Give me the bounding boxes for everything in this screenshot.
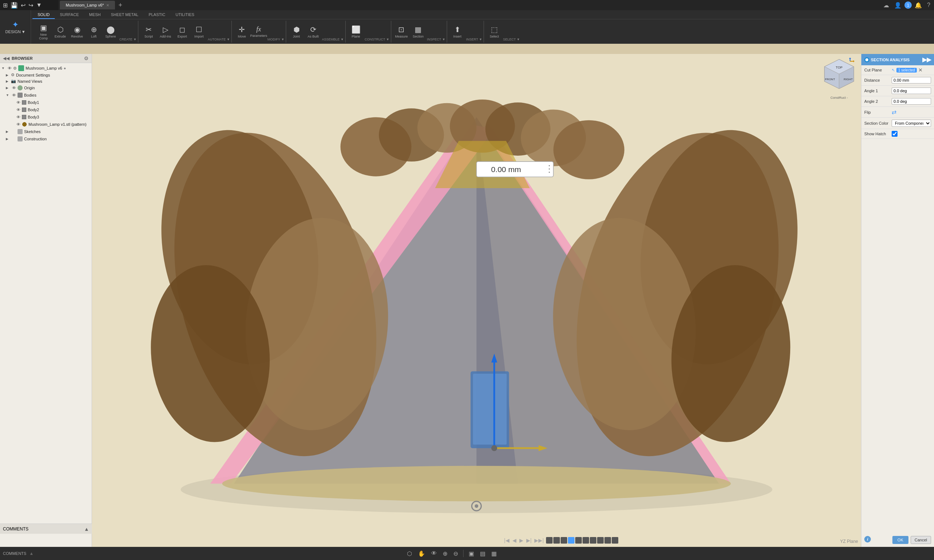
assemble-group-label[interactable]: ASSEMBLE ▼	[322, 38, 344, 43]
viewcube[interactable]: TOP FRONT RIGHT ConstRuct -	[821, 58, 857, 94]
more-button[interactable]: ▼	[36, 1, 43, 9]
new-component-button[interactable]: ▣ New Comp	[36, 22, 51, 41]
timeline-marker-1[interactable]	[546, 537, 553, 544]
zoom-out-button[interactable]: ⊖	[451, 549, 460, 558]
timeline-marker-7[interactable]	[590, 537, 596, 544]
tab-utilities[interactable]: UTILITIES	[170, 11, 199, 19]
timeline-marker-10[interactable]	[612, 537, 618, 544]
angle2-input[interactable]	[892, 98, 931, 105]
move-button[interactable]: ✛ Move	[234, 22, 250, 41]
grid-menu-button[interactable]: ⊞	[2, 1, 8, 9]
tree-item-bodies[interactable]: ▼ 👁 Bodies	[0, 92, 92, 99]
tab-close-icon[interactable]: ✕	[106, 3, 109, 7]
bell-icon[interactable]: 🔔	[912, 2, 924, 9]
plane-button[interactable]: ⬜ Plane	[348, 22, 364, 41]
tree-item-origin[interactable]: ▶ 👁 Origin	[0, 84, 92, 92]
as-built-button[interactable]: ⟳ As Built	[305, 22, 321, 41]
inspect-group-label[interactable]: INSPECT ▼	[427, 38, 445, 43]
insert-button[interactable]: ⬆ Insert	[449, 22, 465, 41]
viewport[interactable]: 0.00 mm ⋮ TOP FRONT RIGHT	[92, 54, 861, 547]
create-group-label[interactable]: CREATE ▼	[119, 38, 136, 43]
insert-group-label[interactable]: INSERT ▼	[466, 38, 482, 43]
tree-item-root[interactable]: ▼ 👁 ⚙ Mushroom_Lamp v6 ●	[0, 65, 92, 72]
tree-item-body1[interactable]: 👁 Body1	[0, 99, 92, 106]
undo-button[interactable]: ↩	[20, 1, 26, 9]
tree-item-sketches[interactable]: ▶ Sketches	[0, 128, 92, 135]
tree-item-pattern[interactable]: 👁 Mushroom_Lamp v1.stl (pattern)	[0, 121, 92, 128]
tree-item-docsettings[interactable]: ▶ ⚙ Document Settings	[0, 72, 92, 78]
root-settings-icon[interactable]: ●	[63, 66, 66, 70]
timeline-marker-3[interactable]	[560, 537, 567, 544]
loft-button[interactable]: ⊕ Loft	[86, 22, 102, 41]
design-mode-button[interactable]: ✦ DESIGN ▼	[0, 10, 31, 44]
look-at-button[interactable]: 👁	[429, 549, 439, 558]
timeline-prev-button[interactable]: ◀	[512, 537, 517, 544]
timeline-marker-8[interactable]	[597, 537, 604, 544]
section-expand-icon[interactable]: ▶▶	[922, 56, 931, 63]
tab-solid[interactable]: SOLID	[32, 11, 55, 19]
automate-group-label[interactable]: AUTOMATE ▼	[208, 38, 230, 43]
show-hatch-checkbox[interactable]	[892, 131, 897, 137]
timeline-marker-6[interactable]	[582, 537, 589, 544]
script-button[interactable]: ✂ Script	[140, 22, 157, 41]
info-icon[interactable]: i	[864, 536, 871, 543]
display-mode-button[interactable]: ▤	[478, 549, 488, 558]
redo-button[interactable]: ↪	[28, 1, 34, 9]
status-collapse-icon[interactable]: ▲	[29, 551, 34, 556]
help-icon[interactable]: ?	[925, 2, 932, 8]
joint-button[interactable]: ⬢ Joint	[288, 22, 304, 41]
select-button[interactable]: ⬚ Select	[486, 22, 502, 41]
active-tab[interactable]: Mushroom_Lamp v6* ✕	[60, 1, 115, 9]
eye-icon-sketches[interactable]	[11, 129, 17, 135]
export-button[interactable]: ◻ Export	[174, 22, 190, 41]
distance-input[interactable]	[892, 77, 931, 83]
timeline-end-button[interactable]: ▶▶|	[534, 537, 545, 544]
tree-item-construction[interactable]: ▶ Construction	[0, 135, 92, 143]
sphere-button[interactable]: ⬤ Sphere	[103, 22, 119, 41]
ok-button[interactable]: OK	[892, 536, 908, 544]
eye-icon-body1[interactable]: 👁	[15, 100, 21, 105]
eye-icon-construction[interactable]	[11, 136, 17, 142]
eye-icon-body2[interactable]: 👁	[15, 107, 21, 113]
browser-options-icon[interactable]: ⚙	[84, 55, 89, 61]
measure-button[interactable]: ⊡ Measure	[394, 22, 409, 41]
timeline-start-button[interactable]: |◀	[503, 537, 510, 544]
eye-icon-body3[interactable]: 👁	[15, 114, 21, 120]
cloud-icon[interactable]: ☁	[881, 2, 891, 9]
grid-button[interactable]: ▦	[489, 549, 499, 558]
timeline-marker-4[interactable]	[568, 537, 574, 544]
cancel-button[interactable]: Cancel	[911, 536, 931, 544]
tree-item-body3[interactable]: 👁 Body3	[0, 113, 92, 121]
tab-sheet-metal[interactable]: SHEET METAL	[106, 11, 144, 19]
addins-button[interactable]: ▷ Add-Ins	[157, 22, 173, 41]
tree-item-body2[interactable]: 👁 Body2	[0, 106, 92, 113]
user-icon[interactable]: 👤	[892, 2, 904, 9]
tree-item-namedviews[interactable]: ▶ 📷 Named Views	[0, 78, 92, 84]
revolve-button[interactable]: ◉ Revolve	[69, 22, 85, 41]
section-color-select[interactable]: From Component	[892, 120, 931, 127]
tab-mesh[interactable]: MESH	[84, 11, 106, 19]
new-tab-button[interactable]: +	[116, 2, 125, 9]
extrude-button[interactable]: ⬡ Extrude	[52, 22, 68, 41]
timeline-marker-2[interactable]	[553, 537, 560, 544]
pan-button[interactable]: ✋	[416, 549, 428, 558]
timeline-play-button[interactable]: ▶	[519, 537, 524, 544]
timeline-next-button[interactable]: ▶|	[526, 537, 533, 544]
notification-badge[interactable]: 1	[905, 2, 912, 9]
view-mode-button[interactable]: ▣	[466, 549, 476, 558]
flip-icon[interactable]: ⇄	[892, 109, 896, 115]
cut-plane-clear-button[interactable]: ✕	[918, 67, 923, 73]
parameters-button[interactable]: fx Parameters	[251, 22, 267, 41]
construct-group-label[interactable]: CONSTRUCT ▼	[364, 38, 389, 43]
zoom-fit-button[interactable]: ⊕	[440, 549, 450, 558]
eye-icon-pattern[interactable]: 👁	[15, 122, 21, 127]
tab-surface[interactable]: SURFACE	[55, 11, 84, 19]
modify-group-label[interactable]: MODIFY ▼	[267, 38, 284, 43]
tab-plastic[interactable]: PLASTIC	[144, 11, 170, 19]
orbit-button[interactable]: ⬡	[405, 549, 414, 558]
select-group-label[interactable]: SELECT ▼	[503, 38, 520, 43]
eye-icon-root[interactable]: 👁	[6, 65, 12, 71]
save-button[interactable]: 💾	[10, 1, 19, 9]
comments-collapse-icon[interactable]: ▲	[84, 526, 89, 532]
timeline-marker-5[interactable]	[575, 537, 582, 544]
